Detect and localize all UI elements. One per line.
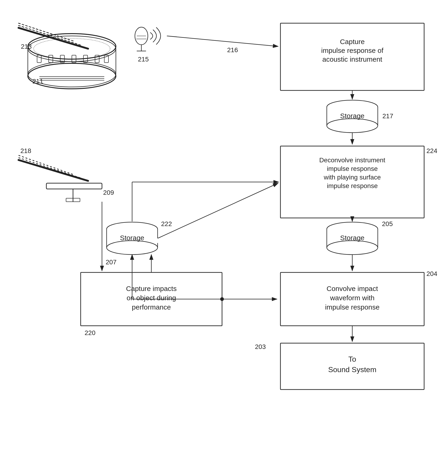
svg-text:with playing surface: with playing surface <box>324 174 381 181</box>
svg-text:224: 224 <box>426 147 437 154</box>
svg-rect-36 <box>327 107 378 126</box>
svg-text:217: 217 <box>382 113 393 120</box>
svg-rect-47 <box>106 229 158 248</box>
svg-text:215: 215 <box>138 56 149 63</box>
diagram-svg: Capture impulse response of acoustic ins… <box>0 0 448 476</box>
svg-text:on object during: on object during <box>127 294 176 302</box>
svg-text:203: 203 <box>255 343 266 350</box>
svg-point-50 <box>106 241 158 255</box>
svg-rect-9 <box>84 55 88 62</box>
svg-rect-30 <box>66 198 80 202</box>
svg-point-4 <box>34 39 110 59</box>
svg-rect-10 <box>95 55 99 62</box>
svg-line-17 <box>18 28 88 49</box>
svg-point-35 <box>327 100 378 114</box>
svg-rect-28 <box>46 183 102 189</box>
svg-text:Storage: Storage <box>120 234 144 242</box>
svg-text:211: 211 <box>33 78 43 85</box>
svg-text:220: 220 <box>84 329 95 336</box>
svg-line-18 <box>18 26 81 45</box>
svg-text:Storage: Storage <box>340 112 364 120</box>
svg-rect-5 <box>37 55 41 62</box>
svg-rect-6 <box>49 55 53 62</box>
svg-text:impulse response: impulse response <box>325 303 379 311</box>
svg-rect-99 <box>154 238 280 243</box>
svg-rect-58 <box>81 272 222 326</box>
svg-text:Capture impacts: Capture impacts <box>126 285 177 292</box>
svg-text:performance: performance <box>132 303 171 311</box>
svg-text:Capture: Capture <box>340 38 365 45</box>
svg-rect-7 <box>60 55 64 62</box>
svg-point-46 <box>106 222 158 236</box>
svg-text:To: To <box>348 355 356 363</box>
diagram-container: Capture impulse response of acoustic ins… <box>0 0 448 476</box>
svg-text:222: 222 <box>161 220 172 227</box>
svg-point-0 <box>28 36 116 62</box>
svg-line-25 <box>18 160 88 181</box>
svg-text:209: 209 <box>103 189 114 196</box>
svg-text:impulse response of: impulse response of <box>321 47 384 54</box>
svg-point-56 <box>327 241 378 255</box>
svg-text:impulse response: impulse response <box>327 165 378 172</box>
svg-rect-62 <box>280 272 424 326</box>
svg-text:218: 218 <box>20 147 31 154</box>
svg-point-15 <box>28 34 116 59</box>
svg-text:Sound System: Sound System <box>328 365 376 374</box>
svg-line-19 <box>18 23 74 41</box>
svg-text:213: 213 <box>21 43 32 50</box>
svg-text:impulse response: impulse response <box>327 182 378 189</box>
svg-rect-41 <box>280 146 424 218</box>
svg-text:Deconvolve instrument: Deconvolve instrument <box>319 157 386 164</box>
svg-text:207: 207 <box>106 259 117 266</box>
svg-text:216: 216 <box>227 46 238 54</box>
svg-line-26 <box>18 158 81 178</box>
svg-text:waveform with: waveform with <box>330 294 375 302</box>
svg-rect-8 <box>72 55 76 62</box>
svg-point-20 <box>135 27 148 45</box>
svg-text:205: 205 <box>382 220 393 227</box>
svg-rect-53 <box>327 229 378 248</box>
svg-text:Convolve impact: Convolve impact <box>327 285 378 292</box>
svg-line-27 <box>18 155 74 175</box>
svg-point-16 <box>28 63 116 89</box>
svg-text:Storage: Storage <box>340 234 364 242</box>
svg-point-52 <box>327 222 378 236</box>
svg-text:204: 204 <box>426 270 437 277</box>
svg-line-78 <box>158 183 278 238</box>
svg-point-80 <box>220 297 224 301</box>
svg-point-3 <box>28 62 116 87</box>
svg-rect-66 <box>280 343 424 390</box>
svg-text:acoustic instrument: acoustic instrument <box>322 55 382 63</box>
svg-point-39 <box>327 119 378 133</box>
svg-line-70 <box>167 36 278 46</box>
svg-rect-11 <box>104 55 108 62</box>
svg-rect-31 <box>280 23 424 91</box>
